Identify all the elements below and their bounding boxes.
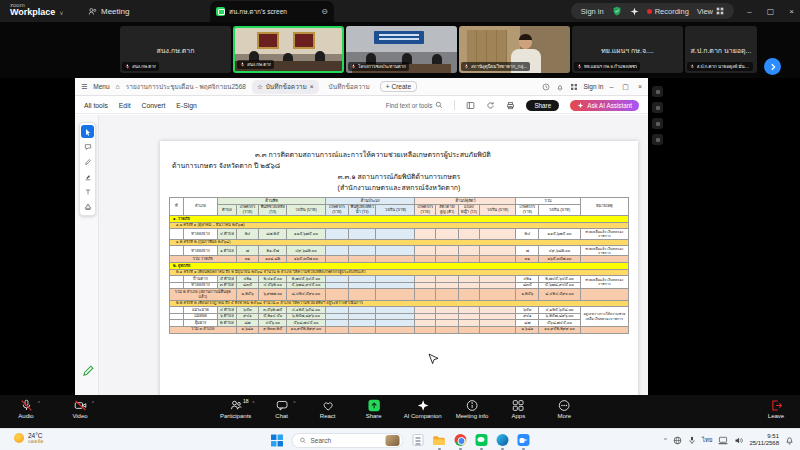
- maximize-button[interactable]: ▢: [767, 7, 775, 16]
- table-cell: วงเงิน (บาท): [479, 204, 516, 215]
- apps-button[interactable]: Apps: [502, 399, 534, 419]
- panel-icon[interactable]: [652, 118, 663, 129]
- acrobat-share-button[interactable]: Share: [526, 100, 559, 111]
- home-icon[interactable]: ⌂: [116, 83, 120, 90]
- ask-ai-assistant-button[interactable]: Ask AI Assistant: [570, 100, 639, 111]
- tray-mic-icon[interactable]: [688, 436, 696, 445]
- edit-pencil-fab[interactable]: [82, 363, 95, 381]
- acrobat-menu-label[interactable]: Menu: [93, 83, 109, 90]
- table-cell: อยู่ระหว่างการให้ความช่วยเหลือ เงินทดรอง…: [580, 307, 628, 327]
- text-tool-button[interactable]: [81, 185, 94, 198]
- stamp-tool-button[interactable]: [81, 200, 94, 213]
- acrobat-minimize-button[interactable]: –: [609, 83, 613, 90]
- clock[interactable]: 9:51 25/11/2568: [749, 433, 779, 448]
- chat-caret[interactable]: ^: [293, 400, 295, 406]
- bell-icon[interactable]: [556, 83, 564, 91]
- table-cell: รวม ๒ อำเภอ (สถานการณ์สิ้นสุดแล้ว): [170, 289, 237, 300]
- hamburger-menu-icon[interactable]: ☰: [81, 83, 87, 91]
- rotate-icon[interactable]: [486, 101, 495, 110]
- participant-tile[interactable]: ทย.แผนฯ กษ.จ.... ทย.แผนฯ กษ.จ.กำแพงเพชร: [572, 26, 683, 73]
- document-tab-next[interactable]: บันทึกข้อความ: [325, 82, 374, 92]
- ai-sparkle-icon[interactable]: [630, 7, 639, 16]
- sign-in-button[interactable]: Sign in: [581, 7, 604, 16]
- print-icon[interactable]: [506, 101, 515, 110]
- video-button[interactable]: Video ^: [64, 399, 96, 419]
- participant-tile[interactable]: ส.ป.ก.ตาก นายอดุ... ส.ป.ก.ตาก นายอดุลย์ …: [685, 26, 757, 73]
- search-highlight-image[interactable]: [386, 435, 400, 446]
- pencil-tool-button[interactable]: [81, 155, 94, 168]
- participants-button[interactable]: Participants 18 ^: [220, 399, 252, 419]
- taskbar-app-line[interactable]: [475, 434, 488, 447]
- tray-time: 9:51: [749, 433, 779, 441]
- convert-menu[interactable]: Convert: [142, 102, 166, 109]
- weather-widget[interactable]: 24°C แดดจัด: [14, 432, 43, 444]
- audio-button[interactable]: Audio ^: [10, 399, 42, 419]
- all-tools-menu[interactable]: All tools: [84, 102, 108, 109]
- side-panel-icons[interactable]: [652, 86, 663, 145]
- acrobat-sign-in-button[interactable]: Sign in: [584, 83, 604, 90]
- chat-button[interactable]: Chat ^: [266, 399, 298, 419]
- edit-menu[interactable]: Edit: [119, 102, 131, 109]
- collapse-tab-icon[interactable]: ⊖: [321, 7, 328, 16]
- table-cell: ๔,๕๖๒.๐๐: [259, 282, 287, 289]
- meeting-people-icon: [88, 7, 97, 16]
- panel-icon[interactable]: [652, 102, 663, 113]
- participants-caret[interactable]: ^: [252, 400, 254, 406]
- leave-button[interactable]: Leave: [760, 399, 792, 419]
- participant-tile[interactable]: สนง.กษ.ตาก สนง.กษ.ตาก: [120, 26, 231, 73]
- clock-icon[interactable]: [542, 83, 550, 91]
- search-input[interactable]: Search: [292, 433, 404, 448]
- notifications-bell-icon[interactable]: [785, 435, 794, 445]
- next-participants-button[interactable]: [764, 58, 781, 75]
- close-tab-icon[interactable]: ×: [310, 83, 314, 90]
- panel-icon[interactable]: [652, 86, 663, 97]
- close-button[interactable]: ×: [789, 7, 794, 16]
- tab-shared-screen[interactable]: สน.กษ.ตาก's screen ⊖: [210, 1, 334, 22]
- tray-overflow-caret[interactable]: ^: [664, 437, 667, 443]
- table-cell: [479, 326, 516, 333]
- star-icon[interactable]: ☆: [257, 83, 263, 91]
- chevron-down-icon[interactable]: ∨: [59, 10, 63, 16]
- meeting-info-button[interactable]: Meeting info: [456, 399, 489, 419]
- participant-tile[interactable]: สถานีอุตุนิยมวิทยาตาก_กลุ่...: [459, 26, 570, 73]
- table-cell: [415, 326, 436, 333]
- find-text-button[interactable]: Find text or tools: [386, 101, 444, 109]
- comment-tool-button[interactable]: [81, 140, 94, 153]
- ai-companion-button[interactable]: AI Companion: [404, 399, 442, 419]
- video-options-caret[interactable]: ^: [92, 400, 94, 406]
- select-tool-button[interactable]: [81, 125, 94, 138]
- start-button[interactable]: [271, 434, 284, 447]
- document-tab-active[interactable]: ☆ บันทึกข้อความ ×: [252, 80, 319, 94]
- taskbar-app-zoom[interactable]: [517, 434, 530, 447]
- document-tab-previous[interactable]: รายงานการประชุมเดือน - พฤศจิกายน2568: [126, 82, 246, 92]
- audio-options-caret[interactable]: ^: [38, 400, 40, 406]
- speaker-icon[interactable]: [734, 436, 743, 445]
- highlighter-tool-button[interactable]: [81, 170, 94, 183]
- table-cell: ช่วยเหลือแล้ว เงินทดรองราชการ: [580, 276, 628, 289]
- minimize-button[interactable]: –: [747, 7, 751, 16]
- table-cell: [326, 246, 349, 256]
- taskbar-app-widgets[interactable]: [412, 434, 425, 447]
- network-icon[interactable]: [673, 436, 682, 445]
- apps-grid-icon[interactable]: [570, 83, 578, 91]
- esign-menu[interactable]: E-Sign: [176, 102, 196, 109]
- table-cell: ท่าสองยาง: [183, 282, 217, 289]
- panel-icon[interactable]: [652, 134, 663, 145]
- participant-tile[interactable]: โครงการชลประทานตาก: [346, 26, 457, 73]
- acrobat-maximize-button[interactable]: ▢: [622, 83, 629, 91]
- participant-tile-active-speaker[interactable]: สนง.กษ.ตาก: [233, 26, 344, 73]
- more-button[interactable]: More: [548, 399, 580, 419]
- taskbar-app-chrome[interactable]: [454, 434, 467, 447]
- language-indicator[interactable]: ไทย: [702, 435, 713, 445]
- view-button[interactable]: View: [697, 7, 724, 16]
- tab-meeting[interactable]: Meeting: [88, 0, 129, 22]
- acrobat-close-button[interactable]: ×: [638, 83, 642, 90]
- panel-layout-icon[interactable]: [466, 101, 475, 110]
- react-button[interactable]: React: [312, 399, 344, 419]
- chevron-right-icon: [769, 63, 777, 71]
- taskbar-app-file-explorer[interactable]: [433, 434, 446, 447]
- battery-laptop-icon[interactable]: [718, 436, 728, 445]
- create-button[interactable]: + Create: [380, 81, 417, 92]
- share-screen-button[interactable]: Share: [358, 399, 390, 419]
- taskbar-app-edge[interactable]: [496, 434, 509, 447]
